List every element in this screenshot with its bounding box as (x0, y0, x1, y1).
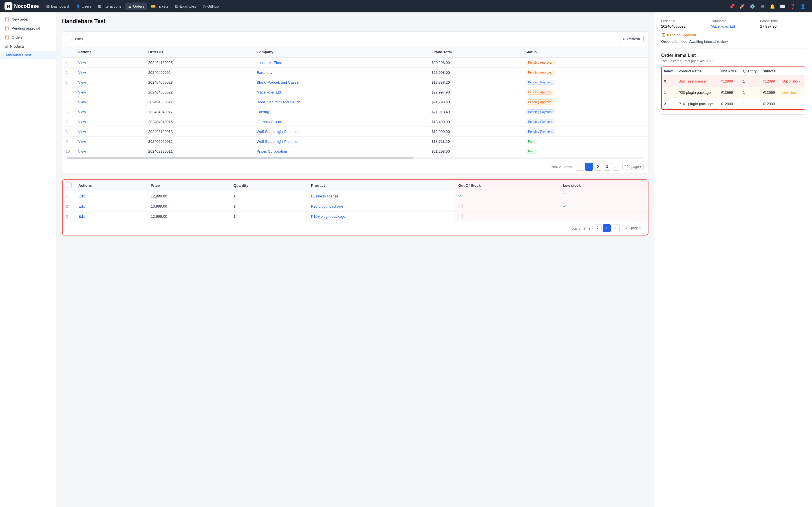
per-page-select[interactable]: 10 / page ▾ (622, 164, 644, 170)
total-cell: $21,298.00 (428, 147, 522, 156)
orders-scrollbar[interactable] (67, 157, 644, 159)
company-link[interactable]: Gerhold Group (257, 120, 281, 124)
view-link[interactable]: View (78, 149, 86, 154)
view-link[interactable]: View (78, 110, 86, 114)
company-link[interactable]: Earempty (257, 70, 272, 75)
select-all-checkbox[interactable] (66, 49, 71, 54)
main-content: Handlebars Test ⊟ Filter ↻ Refresh Ac (56, 12, 654, 507)
sidebar-item-orders[interactable]: 📋 Orders (0, 33, 56, 42)
edit-link[interactable]: Edit (79, 194, 85, 198)
view-link[interactable]: View (78, 90, 86, 94)
bell-icon[interactable]: 🔔 (768, 2, 777, 11)
view-link[interactable]: View (78, 129, 86, 134)
edit-link[interactable]: Edit (79, 214, 85, 219)
help-icon[interactable]: ⊕ (758, 2, 767, 11)
nav-item-examples[interactable]: ▤ Examples (172, 3, 199, 10)
prod-next-page-btn[interactable]: › (612, 224, 620, 232)
examples-icon: ▤ (175, 4, 179, 8)
edit-link[interactable]: Edit (79, 204, 85, 209)
order-id-cell: 202404060023 (145, 77, 253, 87)
prod-page-btn-1[interactable]: 1 (603, 224, 611, 232)
col-product-name: Product Name (676, 67, 719, 76)
rocket-icon[interactable]: 🚀 (738, 2, 747, 11)
col-actions: Actions (75, 47, 145, 58)
product-link[interactable]: P20 plugin package (311, 204, 343, 209)
company-link[interactable]: Praxis Corporation (257, 149, 287, 154)
product-link[interactable]: Business license (311, 194, 338, 198)
products-icon: ⊞ (4, 44, 8, 48)
status-badge: Pending Approval (525, 100, 555, 105)
pin-icon[interactable]: 📌 (727, 2, 737, 11)
nav-item-tickets[interactable]: 🎫 Tickets (148, 3, 171, 10)
table-row: 3 Edit 12,999.00 1 P10+ plugin package (63, 212, 648, 222)
sidebar-item-products[interactable]: ⊞ Products (0, 42, 56, 51)
orders-table: Actions Order ID Company Grand Total Sta… (62, 47, 648, 156)
right-panel: Order ID: 202404060022 Company: Macejkov… (654, 12, 812, 507)
status-badge: Pending Approval (525, 70, 555, 75)
order-id-cell: 202404130025 (145, 58, 253, 68)
unchecked-checkbox[interactable] (458, 204, 463, 208)
row-num-cell: 2 (63, 202, 75, 212)
prev-page-btn[interactable]: ‹ (576, 163, 584, 171)
company-link[interactable]: Bode, Schumm and Bauch (257, 100, 300, 104)
sidebar: 📋 New order 📋 Pending approval 📋 Orders … (0, 12, 56, 507)
company-link[interactable]: Block, Paucek and Cassin (257, 80, 299, 84)
row-checkbox-cell: 7 (62, 117, 75, 127)
page-btn-3[interactable]: 3 (603, 163, 611, 171)
prod-per-page-select[interactable]: 20 / page ▾ (622, 225, 644, 231)
product-cell: P20 plugin package (308, 202, 455, 212)
unchecked-checkbox[interactable] (458, 214, 463, 218)
nav-item-dashboard[interactable]: ▦ Dashboard (43, 3, 72, 10)
items-table-row: 0 Business license ¥12999 1 ¥12999 Out o… (662, 76, 805, 87)
mail-icon[interactable]: ✉️ (778, 2, 787, 11)
status-badge: Paid (525, 139, 537, 144)
prod-prev-page-btn[interactable]: ‹ (594, 224, 602, 232)
company-link[interactable]: Earslug (257, 110, 269, 114)
action-cell: View (75, 117, 145, 127)
question-icon[interactable]: ❓ (788, 2, 797, 11)
company-link[interactable]: Wolf Searchlight Pictures (257, 139, 297, 144)
view-link[interactable]: View (78, 100, 86, 104)
nav-item-orders[interactable]: ☰ Orders (125, 3, 147, 10)
page-btn-2[interactable]: 2 (594, 163, 602, 171)
status-cell: Pending Payment (522, 127, 648, 136)
company-link[interactable]: Wolf Searchlight Pictures (257, 129, 297, 134)
app-logo[interactable]: N NocoBase (4, 2, 39, 10)
view-link[interactable]: View (78, 70, 86, 75)
company-link[interactable]: Leuschke-Ebert (257, 61, 282, 65)
settings-icon[interactable]: ⚙️ (748, 2, 757, 11)
table-row: 6 View 202404040017 Earslug $21,918.40 P… (62, 107, 648, 117)
logo-icon: N (4, 2, 12, 10)
view-link[interactable]: View (78, 139, 86, 144)
out-of-stock-cell: ✓ (455, 191, 559, 202)
filter-button[interactable]: ⊟ Filter (67, 35, 87, 43)
table-row: 1 Edit 12,999.00 1 Business license ✓ (63, 191, 648, 202)
product-link[interactable]: P10+ plugin package (311, 214, 345, 219)
user-avatar-icon[interactable]: 👤 (799, 2, 808, 11)
refresh-button[interactable]: ↻ Refresh (619, 35, 644, 43)
nav-item-users[interactable]: 👤 Users (73, 3, 94, 10)
unchecked-checkbox[interactable] (563, 214, 567, 218)
nav-item-github[interactable]: ◎ GitHub (200, 3, 221, 10)
qty-cell: 1 (230, 202, 308, 212)
sidebar-item-handlebars-test[interactable]: Handlebars Test (0, 51, 56, 59)
total-cell: $27,997.90 (428, 87, 522, 97)
company-link[interactable]: Macejkovic Ltd (257, 90, 281, 94)
company-link[interactable]: Macejkovic Ltd (711, 24, 756, 29)
items-table-row: 1 P20 plugin package ¥13999 1 ¥13999 Low… (662, 87, 805, 98)
qty-cell: 1 (230, 212, 308, 222)
page-btn-1[interactable]: 1 (585, 163, 593, 171)
item-quantity-cell: 1 (741, 98, 760, 110)
view-link[interactable]: View (78, 80, 86, 84)
sidebar-item-pending-approval[interactable]: 📋 Pending approval (0, 24, 56, 33)
products-pagination: Total 3 items ‹ 1 › 20 / page ▾ (63, 221, 648, 235)
sidebar-item-new-order[interactable]: 📋 New order (0, 15, 56, 24)
unchecked-checkbox[interactable] (563, 193, 567, 198)
table-row: 10 View 202402220011 Praxis Corporation … (62, 147, 648, 156)
products-select-all-checkbox[interactable] (66, 182, 71, 188)
view-link[interactable]: View (78, 61, 86, 65)
col-grand-total: Grand Total (428, 47, 522, 58)
view-link[interactable]: View (78, 120, 86, 124)
nav-item-interactions[interactable]: ⊞ Interactions (95, 3, 124, 10)
next-page-btn[interactable]: › (612, 163, 620, 171)
